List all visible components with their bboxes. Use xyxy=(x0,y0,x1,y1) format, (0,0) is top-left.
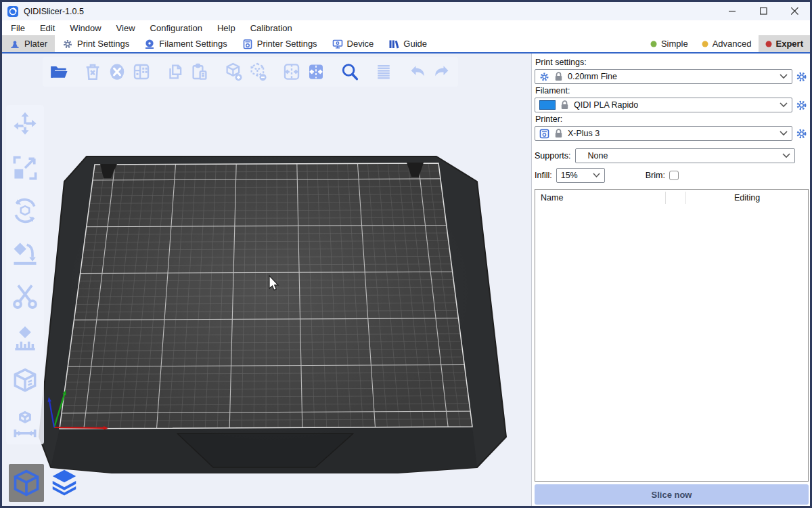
place-on-face-button[interactable] xyxy=(7,237,43,270)
preview-layers-icon xyxy=(49,467,80,499)
measure-icon xyxy=(10,409,40,439)
object-list: Name Editing xyxy=(535,189,809,482)
tab-label: Device xyxy=(347,39,374,49)
lock-icon xyxy=(554,72,563,81)
split-parts-button[interactable] xyxy=(304,59,328,85)
printer-gear-button[interactable] xyxy=(794,128,809,140)
menu-calibration[interactable]: Calibration xyxy=(243,23,300,33)
menu-configuration[interactable]: Configuration xyxy=(143,23,210,33)
infill-select[interactable]: 15% xyxy=(556,168,605,183)
print-settings-value: 0.20mm Fine xyxy=(568,72,775,81)
open-button[interactable] xyxy=(47,59,71,85)
tab-printer-settings[interactable]: Printer Settings xyxy=(235,35,325,52)
3d-viewport[interactable] xyxy=(2,54,531,506)
undo-icon xyxy=(407,62,428,82)
menu-file[interactable]: File xyxy=(3,23,32,33)
filament-value: QIDI PLA Rapido xyxy=(574,100,775,110)
delete-all-icon xyxy=(107,62,127,82)
plater-icon xyxy=(9,39,20,49)
advanced-dot-icon xyxy=(702,41,708,47)
search-icon xyxy=(340,62,360,82)
variable-layer-height-button[interactable] xyxy=(371,59,396,85)
cut-button[interactable] xyxy=(7,280,43,312)
open-folder-icon xyxy=(49,62,69,82)
remove-instance-button[interactable] xyxy=(246,59,270,85)
support-paint-icon xyxy=(10,324,40,354)
measure-button[interactable] xyxy=(7,408,43,440)
mode-expert[interactable]: Expert xyxy=(759,35,810,52)
minimize-button[interactable] xyxy=(717,2,748,20)
paste-button[interactable] xyxy=(187,59,212,85)
add-instance-button[interactable] xyxy=(221,59,246,85)
tab-device[interactable]: Device xyxy=(325,35,382,52)
mode-simple[interactable]: Simple xyxy=(644,35,695,52)
filament-select[interactable]: QIDI PLA Rapido xyxy=(535,98,792,112)
search-button[interactable] xyxy=(338,59,362,85)
column-name[interactable]: Name xyxy=(535,192,666,204)
chevron-down-icon xyxy=(780,102,788,108)
printer-icon xyxy=(539,129,549,139)
seam-paint-button[interactable] xyxy=(7,365,43,398)
split-parts-icon xyxy=(306,62,326,82)
column-extruder[interactable] xyxy=(666,192,686,204)
lock-icon xyxy=(560,100,569,110)
tab-label: Filament Settings xyxy=(159,39,227,49)
object-list-header: Name Editing xyxy=(535,190,808,206)
lock-icon xyxy=(554,129,563,138)
supports-select[interactable]: None xyxy=(575,148,795,163)
menu-window[interactable]: Window xyxy=(62,23,108,33)
slice-now-button[interactable]: Slice now xyxy=(535,484,809,505)
maximize-button[interactable] xyxy=(748,2,779,20)
place-on-face-icon xyxy=(10,238,40,268)
delete-button[interactable] xyxy=(81,59,105,85)
infill-value: 15% xyxy=(561,171,588,180)
print-bed xyxy=(2,54,531,506)
tab-plater[interactable]: Plater xyxy=(2,35,55,52)
filament-label: Filament: xyxy=(535,86,809,96)
menu-view[interactable]: View xyxy=(109,23,143,33)
gear-icon xyxy=(796,71,807,83)
filament-gear-button[interactable] xyxy=(794,100,809,111)
tab-guide[interactable]: Guide xyxy=(381,35,434,52)
brim-checkbox[interactable] xyxy=(669,171,679,180)
menu-help[interactable]: Help xyxy=(210,23,243,33)
tab-label: Plater xyxy=(24,39,47,49)
redo-button[interactable] xyxy=(430,59,454,85)
brim-label: Brim: xyxy=(646,171,665,180)
close-button[interactable] xyxy=(779,2,810,20)
mouse-cursor xyxy=(269,275,282,294)
undo-button[interactable] xyxy=(405,59,430,85)
paste-icon xyxy=(189,62,210,82)
app-window: QIDISlicer-1.0.5 File Edit Window View C… xyxy=(0,0,812,508)
move-button[interactable] xyxy=(7,109,43,142)
filament-color-swatch xyxy=(539,100,556,110)
editor-view-cube-icon xyxy=(12,467,41,499)
menu-edit[interactable]: Edit xyxy=(32,23,62,33)
object-list-body[interactable] xyxy=(535,206,808,481)
tab-filament-settings[interactable]: Filament Settings xyxy=(137,35,234,52)
editor-view-button[interactable] xyxy=(9,464,44,502)
mode-label: Simple xyxy=(661,39,688,49)
column-editing[interactable]: Editing xyxy=(686,192,808,204)
scale-button[interactable] xyxy=(7,152,43,184)
app-logo-icon xyxy=(7,6,18,17)
delete-all-button[interactable] xyxy=(105,59,129,85)
mode-advanced[interactable]: Advanced xyxy=(695,35,759,52)
arrange-icon xyxy=(131,62,152,82)
rotate-button[interactable] xyxy=(7,194,43,227)
chevron-down-icon xyxy=(782,153,790,158)
chevron-down-icon xyxy=(780,74,788,79)
support-paint-button[interactable] xyxy=(7,322,43,355)
copy-icon xyxy=(165,62,185,82)
print-settings-gear-button[interactable] xyxy=(794,71,809,83)
tab-print-settings[interactable]: Print Settings xyxy=(55,35,137,52)
copy-button[interactable] xyxy=(163,59,187,85)
chevron-down-icon xyxy=(593,173,600,178)
window-title: QIDISlicer-1.0.5 xyxy=(24,7,84,16)
preview-view-button[interactable] xyxy=(47,464,82,502)
supports-value: None xyxy=(580,151,777,161)
split-objects-button[interactable] xyxy=(279,59,304,85)
arrange-button[interactable] xyxy=(129,59,154,85)
printer-select[interactable]: X-Plus 3 xyxy=(535,126,792,141)
print-settings-select[interactable]: 0.20mm Fine xyxy=(535,69,792,84)
